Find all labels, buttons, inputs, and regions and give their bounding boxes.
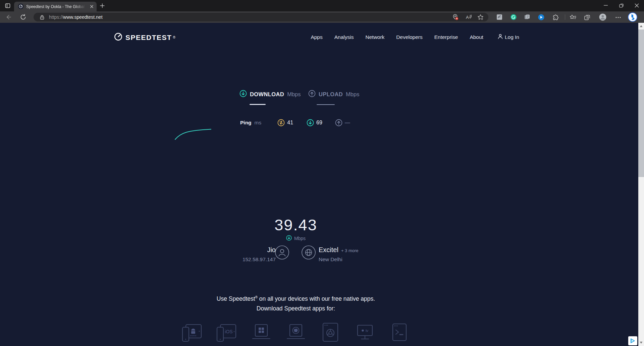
collections-icon[interactable] [584, 14, 591, 21]
new-tab-button[interactable] [99, 3, 105, 9]
header-nav: Apps Analysis Network Developers Enterpr… [311, 34, 519, 41]
tab-title: Speedtest by Ookla - The Global [26, 4, 86, 9]
download-result-tab[interactable]: DOWNLOAD Mbps [239, 90, 301, 99]
ad-choices-icon [630, 338, 636, 344]
favorites-icon[interactable] [569, 14, 576, 21]
server-more-link[interactable]: + 3 more [341, 248, 359, 253]
vertical-tabs-button[interactable] [5, 3, 11, 9]
server-location[interactable]: New Delhi [319, 256, 342, 263]
window-restore-button[interactable] [616, 0, 626, 11]
speed-trace-curve [174, 128, 212, 140]
login-label: Log In [505, 34, 519, 40]
location-blocked-icon[interactable] [452, 14, 459, 20]
nav-apps[interactable]: Apps [311, 34, 322, 40]
upload-live-value: — [345, 120, 350, 126]
upload-result-tab[interactable]: UPLOAD Mbps [308, 90, 359, 99]
browser-tab-active[interactable]: Speedtest by Ookla - The Global [14, 2, 97, 11]
app-icon-ios[interactable]: iOS [215, 322, 238, 344]
nav-about[interactable]: About [470, 34, 483, 40]
app-icon-mac[interactable] [284, 322, 307, 344]
nav-analysis[interactable]: Analysis [334, 34, 354, 40]
url-scheme: https:// [49, 14, 63, 20]
app-icon-android[interactable]: android [181, 322, 204, 344]
browser-tabstrip: Speedtest by Ookla - The Global [0, 0, 644, 11]
ping-unit: ms [255, 120, 262, 126]
app-icon-windows[interactable] [250, 322, 273, 344]
upload-tab-unit: Mbps [346, 91, 359, 98]
footer-line2: Download Speedtest apps for: [0, 305, 592, 312]
logo-trademark: ® [173, 36, 175, 39]
ad-choices-badge[interactable] [628, 336, 637, 345]
svg-text:A: A [466, 15, 469, 20]
speedtest-logo[interactable]: SPEEDTEST ® [114, 33, 175, 42]
ping-jitter-icon [277, 119, 285, 126]
upload-tab-label: UPLOAD [319, 91, 343, 98]
browser-toolbar: https://www.speedtest.net A [0, 11, 644, 23]
settings-menu-icon[interactable] [614, 14, 622, 21]
result-value: 39.43 [0, 216, 592, 234]
download-live-icon [307, 119, 314, 126]
extension-icon-2[interactable] [524, 14, 530, 20]
toolbar-divider [565, 14, 565, 20]
result-unit: Mbps [294, 236, 306, 241]
client-ip: 152.58.97.147 [218, 256, 276, 263]
app-icon-chrome[interactable] [319, 322, 342, 344]
address-bar[interactable]: https://www.speedtest.net A [34, 13, 488, 21]
download-circle-icon [239, 90, 247, 99]
login-button[interactable]: Log In [498, 34, 519, 41]
ping-value: 41 [287, 120, 293, 126]
page-scrollbar[interactable] [638, 23, 644, 346]
upload-progress-bar [317, 104, 335, 105]
extension-icon-1[interactable] [496, 14, 502, 20]
download-live-value: 69 [316, 120, 322, 126]
svg-text:tv: tv [366, 329, 369, 333]
nav-enterprise[interactable]: Enterprise [434, 34, 458, 40]
favorite-add-icon[interactable] [477, 14, 484, 20]
lock-icon[interactable] [39, 14, 45, 20]
url-host: www.speedtest.net [63, 14, 103, 20]
scrollbar-down-icon[interactable] [640, 341, 643, 344]
client-isp: Jio [218, 246, 276, 254]
download-tab-unit: Mbps [287, 91, 301, 98]
svg-text:iOS: iOS [225, 329, 232, 334]
server-globe-icon[interactable] [301, 245, 316, 260]
back-icon[interactable] [5, 13, 12, 21]
client-icon [275, 245, 289, 260]
server-name: Excitel [319, 246, 338, 253]
app-icon-appletv[interactable]: tv [354, 322, 376, 344]
nav-network[interactable]: Network [365, 34, 384, 40]
server-name-row: Excitel+ 3 more [319, 246, 359, 254]
svg-text:android: android [190, 335, 196, 337]
url-text[interactable]: https://www.speedtest.net [49, 13, 103, 21]
ping-label: Ping [240, 120, 252, 126]
footer-line1: Use Speedtest® on all your devices with … [0, 295, 592, 302]
app-icon-cli[interactable] [388, 322, 411, 344]
scrollbar-up-icon[interactable] [640, 25, 643, 27]
download-tab-label: DOWNLOAD [250, 91, 284, 98]
tab-close-icon[interactable] [90, 4, 94, 9]
extension-icon-3[interactable] [538, 14, 544, 20]
nav-developers[interactable]: Developers [396, 34, 422, 40]
read-aloud-icon[interactable]: A [465, 14, 472, 20]
speedtest-favicon [18, 4, 23, 9]
live-metrics-row: Ping ms 41 69 — [240, 119, 350, 126]
scrollbar-thumb[interactable] [638, 30, 644, 177]
upload-circle-icon [308, 90, 316, 99]
logo-text: SPEEDTEST [125, 34, 172, 42]
download-progress-bar [250, 104, 266, 105]
window-minimize-button[interactable] [601, 0, 611, 11]
window-close-button[interactable] [632, 0, 642, 11]
copilot-bing-icon[interactable] [628, 12, 637, 22]
refresh-icon[interactable] [19, 13, 27, 21]
speedtest-page: SPEEDTEST ® Apps Analysis Network Develo… [0, 23, 644, 346]
user-icon [498, 34, 503, 41]
speedtest-logo-icon [114, 33, 122, 42]
result-unit-row: Mbps [0, 235, 592, 242]
grammarly-extension-icon[interactable] [511, 14, 517, 20]
extensions-puzzle-icon[interactable] [551, 14, 558, 21]
app-download-row: android iOS tv [0, 322, 592, 344]
result-download-icon [286, 235, 292, 242]
upload-live-icon [335, 119, 342, 126]
profile-avatar[interactable] [599, 13, 606, 21]
